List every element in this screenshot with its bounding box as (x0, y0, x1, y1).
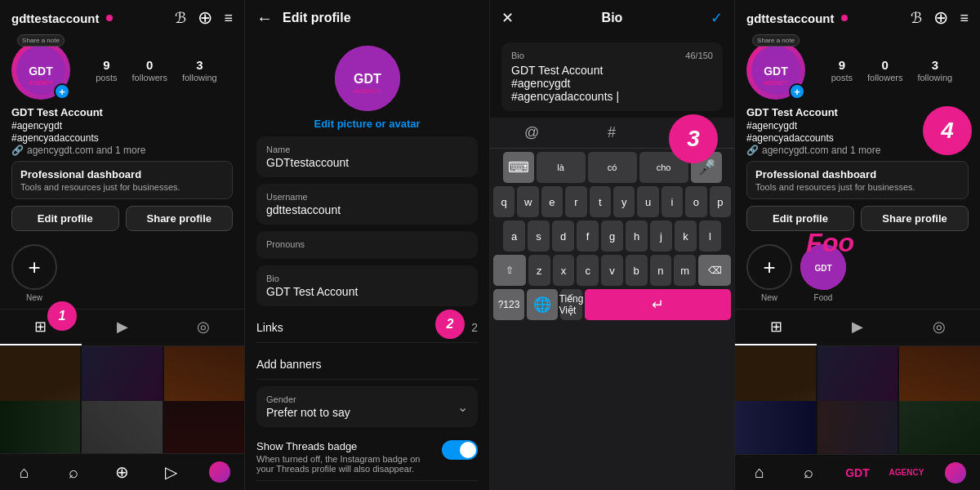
key-d[interactable]: d (552, 220, 574, 252)
key-c[interactable]: c (577, 255, 599, 286)
bio-line2-1: #agencyadaccounts (11, 132, 233, 144)
tab-tag-1[interactable]: ◎ (163, 310, 244, 345)
btn-row-4: Edit profile Share profile (746, 206, 969, 231)
key-j[interactable]: j (650, 220, 672, 252)
key-m[interactable]: m (674, 255, 696, 286)
key-z[interactable]: z (528, 255, 550, 286)
key-n[interactable]: n (650, 255, 672, 286)
bio-textarea[interactable]: GDT Test Account #agencygdt #agencyadacc… (511, 64, 713, 103)
key-x[interactable]: x (553, 255, 575, 286)
story-add-1[interactable]: + (11, 244, 57, 290)
nav-home-1[interactable]: ⌂ (0, 454, 49, 490)
story-new-4[interactable]: + New (746, 244, 792, 302)
tab-tag-4[interactable]: ◎ (898, 310, 980, 345)
key-shift[interactable]: ⇧ (493, 255, 526, 286)
key-s[interactable]: s (528, 220, 550, 252)
story-add-4[interactable]: + (746, 244, 792, 290)
field-name[interactable]: Name GDTtestaccount (256, 136, 478, 177)
menu-icon-4[interactable]: ≡ (960, 10, 969, 27)
key-r[interactable]: r (565, 186, 586, 217)
key-space[interactable]: Tiếng Việt (560, 289, 582, 320)
key-q[interactable]: q (493, 186, 514, 217)
key-mic[interactable]: 🎤 (691, 152, 722, 183)
story-new-1[interactable]: + New (11, 244, 57, 302)
key-return[interactable]: ↵ (585, 289, 731, 320)
key-f[interactable]: f (577, 220, 599, 252)
nav-avatar-1[interactable] (195, 454, 244, 490)
key-a[interactable]: a (503, 220, 525, 252)
tab-grid-4[interactable]: ⊞ (735, 310, 817, 345)
key-g[interactable]: g (601, 220, 623, 252)
threads-toggle[interactable] (442, 440, 478, 460)
key-w[interactable]: w (517, 186, 538, 217)
name-value[interactable]: GDTtestaccount (266, 156, 468, 169)
banners-label: Add banners (256, 358, 321, 371)
key-h[interactable]: h (626, 220, 648, 252)
nav-agency-4[interactable]: AGENCY (882, 455, 931, 490)
tab-grid-1[interactable]: ⊞ (0, 310, 82, 345)
nav-search-1[interactable]: ⌕ (49, 454, 98, 490)
back-icon[interactable]: ← (256, 9, 273, 28)
nav-add-1[interactable]: ⊕ (98, 454, 147, 490)
avatar-wrap-4: Share a note GDT AGENCY + (746, 41, 805, 100)
key-l[interactable]: l (699, 220, 721, 252)
plus-badge-4[interactable]: + (789, 83, 805, 100)
username-value-2[interactable]: gdttestaccount (266, 203, 468, 216)
field-username[interactable]: Username gdttestaccount (256, 184, 478, 225)
nav-reels-1[interactable]: ▷ (146, 454, 195, 490)
pro-dashboard-4[interactable]: Professional dashboard Tools and resourc… (746, 161, 969, 199)
gender-value: Prefer not to say (266, 406, 350, 419)
key-p[interactable]: p (710, 186, 731, 217)
field-gender[interactable]: Gender Prefer not to say ⌄ (256, 386, 478, 427)
pro-dashboard-1[interactable]: Professional dashboard Tools and resourc… (11, 161, 233, 199)
nav-avatar-4[interactable] (931, 455, 980, 490)
threads-icon[interactable]: ℬ (175, 9, 186, 27)
key-num[interactable]: ?123 (493, 289, 524, 320)
key-e[interactable]: e (541, 186, 563, 217)
bio-line1-4: #agencygdt (746, 120, 969, 131)
menu-icon[interactable]: ≡ (224, 10, 233, 27)
key-delete[interactable]: ⌫ (698, 255, 731, 286)
nav-search-4[interactable]: ⌕ (784, 455, 833, 490)
key-emoji[interactable]: ⌨ (503, 152, 534, 183)
key-la[interactable]: là (537, 152, 586, 183)
links-row[interactable]: Links 2 (256, 313, 478, 343)
bio-field-wrap[interactable]: Bio 46/150 GDT Test Account #agencygdt #… (501, 42, 723, 111)
share-profile-btn-1[interactable]: Share profile (126, 206, 234, 231)
nav-home-4[interactable]: ⌂ (735, 455, 784, 490)
add-icon[interactable]: ⊕ (198, 7, 212, 29)
key-o[interactable]: o (685, 186, 706, 217)
tab-reels-1[interactable]: ▶ (82, 310, 163, 345)
plus-badge-1[interactable]: + (54, 83, 70, 100)
key-k[interactable]: k (675, 220, 697, 252)
check-icon[interactable]: ✓ (710, 9, 723, 27)
threads-icon-4[interactable]: ℬ (911, 9, 922, 27)
field-pronouns[interactable]: Pronouns (256, 231, 478, 259)
nav-add-4[interactable]: GDT (833, 455, 882, 490)
banners-row[interactable]: Add banners (256, 350, 478, 380)
edit-avatar-label[interactable]: Edit picture or avatar (314, 118, 420, 130)
key-b[interactable]: b (626, 255, 648, 286)
key-t[interactable]: t (590, 186, 611, 217)
share-profile-btn-4[interactable]: Share profile (861, 206, 969, 231)
username-area: gdttestaccount (11, 11, 113, 25)
pub-biz-row[interactable]: Public business information (256, 480, 478, 490)
add-icon-4[interactable]: ⊕ (933, 7, 948, 29)
link-text-1[interactable]: agencygdt.com and 1 more (27, 145, 145, 156)
key-cho[interactable]: cho (639, 152, 688, 183)
field-bio[interactable]: Bio GDT Test Account (256, 265, 478, 306)
link-text-4[interactable]: agencygdt.com and 1 more (762, 145, 880, 156)
key-u[interactable]: u (637, 186, 658, 217)
bio-value-2[interactable]: GDT Test Account (266, 285, 468, 298)
tab-reels-4[interactable]: ▶ (817, 310, 898, 345)
at-symbol[interactable]: @ (524, 124, 539, 141)
mic-icon[interactable]: 🎤 (684, 126, 700, 140)
key-co[interactable]: có (588, 152, 637, 183)
edit-profile-btn-1[interactable]: Edit profile (11, 206, 119, 231)
key-globe[interactable]: 🌐 (527, 289, 558, 320)
close-icon[interactable]: ✕ (501, 9, 514, 27)
key-i[interactable]: i (662, 186, 683, 217)
key-y[interactable]: y (613, 186, 635, 217)
hash-symbol[interactable]: # (608, 124, 616, 141)
key-v[interactable]: v (601, 255, 623, 286)
